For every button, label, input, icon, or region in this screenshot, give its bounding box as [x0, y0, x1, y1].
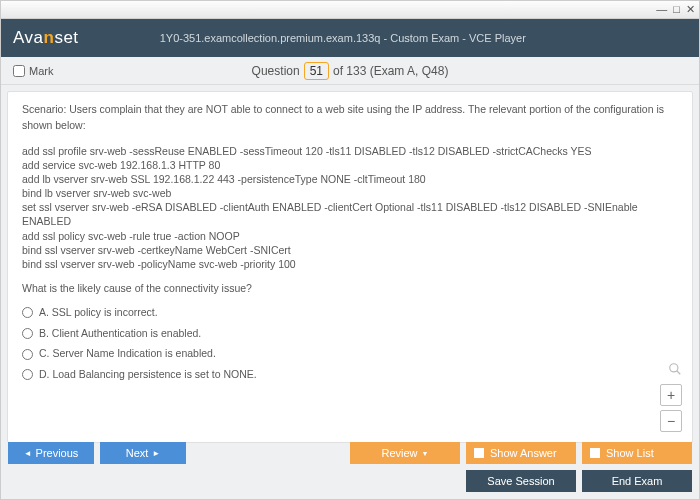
maximize-icon[interactable]: □: [673, 4, 680, 15]
option-label: A. SSL policy is incorrect.: [39, 305, 158, 321]
option-label: B. Client Authentication is enabled.: [39, 326, 201, 342]
question-word: Question: [252, 64, 300, 78]
close-icon[interactable]: ✕: [686, 4, 695, 15]
logo-accent: n: [44, 28, 55, 47]
window-controls: — □ ✕: [1, 1, 699, 19]
option-radio[interactable]: [22, 349, 33, 360]
zoom-in-button[interactable]: +: [660, 384, 682, 406]
checkbox-icon: [474, 448, 484, 458]
save-session-button[interactable]: Save Session: [466, 470, 576, 492]
svg-line-1: [677, 371, 681, 375]
review-button[interactable]: Review: [350, 442, 460, 464]
option-radio[interactable]: [22, 307, 33, 318]
config-block: add ssl profile srv-web -sessReuse ENABL…: [22, 144, 678, 272]
logo-part: set: [54, 28, 78, 47]
option-a[interactable]: A. SSL policy is incorrect.: [22, 305, 678, 321]
mark-checkbox[interactable]: [13, 65, 25, 77]
question-text: What is the likely cause of the connecti…: [22, 281, 678, 297]
show-list-button[interactable]: Show List: [582, 442, 692, 464]
question-bar: Mark Question 51 of 133 (Exam A, Q48): [1, 57, 699, 85]
question-total: of 133 (Exam A, Q48): [333, 64, 448, 78]
zoom-controls: + −: [660, 362, 682, 432]
footer: Previous Next Review Show Answer Show Li…: [0, 436, 700, 500]
app-header: Avanset 1Y0-351.examcollection.premium.e…: [1, 19, 699, 57]
button-label: Show List: [606, 447, 654, 459]
mark-label: Mark: [29, 65, 53, 77]
show-answer-button[interactable]: Show Answer: [466, 442, 576, 464]
question-content: Scenario: Users complain that they are N…: [7, 91, 693, 443]
checkbox-icon: [590, 448, 600, 458]
option-radio[interactable]: [22, 369, 33, 380]
option-d[interactable]: D. Load Balancing persistence is set to …: [22, 367, 678, 383]
options-group: A. SSL policy is incorrect. B. Client Au…: [22, 305, 678, 383]
logo: Avanset: [13, 28, 79, 48]
mark-checkbox-wrap[interactable]: Mark: [13, 65, 53, 77]
window-title: 1Y0-351.examcollection.premium.exam.133q…: [79, 32, 607, 44]
magnifier-icon[interactable]: [668, 362, 682, 376]
question-number: 51: [304, 62, 329, 80]
logo-part: Ava: [13, 28, 44, 47]
scenario-text: Scenario: Users complain that they are N…: [22, 102, 678, 134]
svg-point-0: [670, 364, 678, 372]
button-label: Show Answer: [490, 447, 557, 459]
end-exam-button[interactable]: End Exam: [582, 470, 692, 492]
minimize-icon[interactable]: —: [656, 4, 667, 15]
next-button[interactable]: Next: [100, 442, 186, 464]
option-radio[interactable]: [22, 328, 33, 339]
option-label: C. Server Name Indication is enabled.: [39, 346, 216, 362]
zoom-out-button[interactable]: −: [660, 410, 682, 432]
previous-button[interactable]: Previous: [8, 442, 94, 464]
option-b[interactable]: B. Client Authentication is enabled.: [22, 326, 678, 342]
option-c[interactable]: C. Server Name Indication is enabled.: [22, 346, 678, 362]
option-label: D. Load Balancing persistence is set to …: [39, 367, 257, 383]
